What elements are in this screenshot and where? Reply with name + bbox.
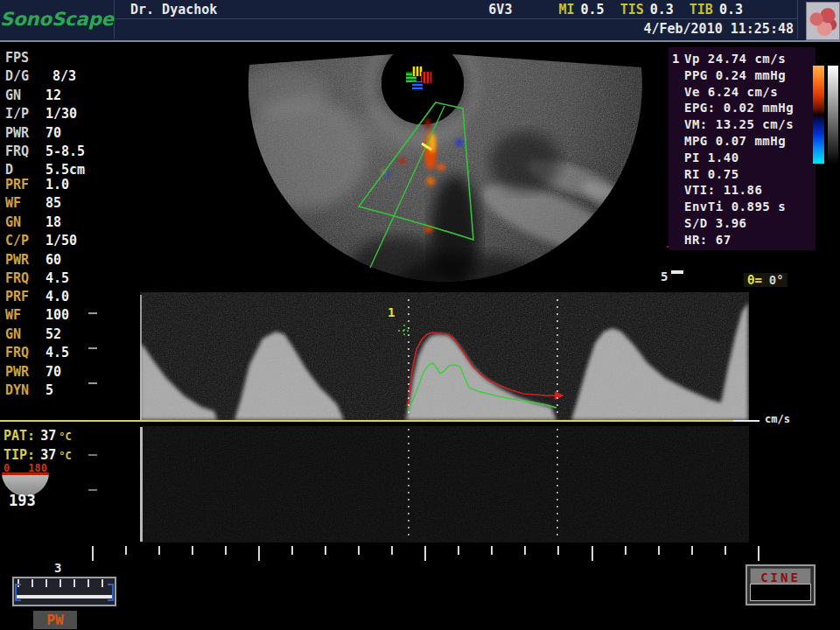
param-row: FRQ5-8.5 xyxy=(5,143,136,161)
beat-marker-label: 1 xyxy=(388,305,395,319)
param-row: C/P1/50 xyxy=(5,232,136,250)
probe-angle-value: 193 xyxy=(9,492,36,509)
header-row-1: Dr. Dyachok 6V3 MI 0.5 TIS 0.3 TIB 0.3 xyxy=(115,0,797,19)
param-row: DYN5 xyxy=(5,382,136,400)
scale-tick-icon xyxy=(671,270,683,274)
param-row: FRQ4.5 xyxy=(5,344,136,362)
measurement-row: S/D3.96 xyxy=(672,215,816,232)
tis-label: TIS xyxy=(620,2,644,18)
physician-name: Dr. Dyachok xyxy=(130,2,217,18)
measurement-row: Ve6.24 cm/s xyxy=(672,84,816,101)
cine-ruler-ticks xyxy=(18,579,112,587)
measurement-row: VTI:11.86 xyxy=(672,182,816,199)
header-row-2: 4/Feb/2010 11:25:48 xyxy=(115,19,797,38)
pw-mode-params: PRF4.0 WF100 GN52 FRQ4.5 PWR70 DYN5 xyxy=(5,288,136,400)
cine-frame-label: 3 xyxy=(54,561,61,575)
param-row: PWR70 xyxy=(5,363,136,382)
measurement-row: PPG0.24 mmHg xyxy=(672,67,816,84)
acoustic-indices: MI 0.5 TIS 0.3 TIB 0.3 xyxy=(542,2,743,18)
measurement-row: MPG0.07 mmHg xyxy=(672,133,816,150)
ultrasound-screen: SonoScape Dr. Dyachok 6V3 MI 0.5 TIS 0.3… xyxy=(0,0,840,630)
active-mode-chip: PW xyxy=(33,611,77,629)
mi-label: MI xyxy=(558,2,574,18)
spectral-baseline xyxy=(0,420,760,422)
datetime: 4/Feb/2010 11:25:48 xyxy=(643,21,794,37)
cine-button-display xyxy=(750,584,811,601)
param-row: GN52 xyxy=(5,326,136,344)
param-row: FRQ4.5 xyxy=(5,270,136,288)
patient-temp: PAT:37°C xyxy=(4,428,72,444)
tib-value: 0.3 xyxy=(719,2,743,18)
tib-label: TIB xyxy=(690,2,713,18)
measurement-marker: 1 xyxy=(672,51,684,67)
measurement-row: VM:13.25 cm/s xyxy=(672,116,816,133)
b-mode-params: FPS D/G8/3 GN12 I/P1/30 PWR70 FRQ5-8.5 D… xyxy=(5,49,136,180)
param-row: PRF4.0 xyxy=(5,288,136,306)
param-row: GN12 xyxy=(5,87,136,105)
brand-logo: SonoScape xyxy=(0,0,115,38)
measurement-row: 1Vp24.74 cm/s xyxy=(672,51,816,67)
cine-scrollbar[interactable] xyxy=(12,577,116,606)
measurement-row: EPG:0.02 mmHg xyxy=(672,100,816,116)
param-row: GN18 xyxy=(5,214,136,232)
color-doppler-colorbar xyxy=(813,66,824,164)
param-row: D/G8/3 xyxy=(5,67,136,86)
spectral-display-lower xyxy=(140,426,749,542)
velocity-scale-label: 5 xyxy=(661,270,683,284)
param-row: PWR60 xyxy=(5,251,136,270)
measurement-row: RI0.75 xyxy=(672,166,816,183)
grayscale-bar xyxy=(828,66,838,164)
param-row: PWR70 xyxy=(5,124,136,143)
param-row: FPS xyxy=(5,49,136,67)
param-row: WF100 xyxy=(5,306,136,325)
probe-label: 6V3 xyxy=(488,2,512,18)
tip-temp: TIP:37°C xyxy=(4,447,72,463)
body-mark-thumbnail[interactable] xyxy=(806,2,840,40)
spectral-display xyxy=(140,292,749,421)
mi-value: 0.5 xyxy=(581,2,605,18)
param-row: I/P1/30 xyxy=(5,105,136,123)
cine-scrollbar-thumb[interactable] xyxy=(17,595,112,598)
cine-button[interactable]: CINE xyxy=(746,564,816,606)
measurement-row: PI1.40 xyxy=(672,150,816,166)
header-bar: SonoScape Dr. Dyachok 6V3 MI 0.5 TIS 0.3… xyxy=(0,0,840,42)
cine-range-bracket-left[interactable] xyxy=(15,584,21,601)
baseline-unit-label: cm/s xyxy=(765,413,790,425)
time-axis-ticks xyxy=(93,546,759,561)
measurement-row: EnvTi0.895 s xyxy=(672,199,816,215)
cine-range-bracket-right[interactable] xyxy=(108,584,114,601)
measurement-row: HR:67 xyxy=(672,232,816,248)
measurement-results-panel: 1Vp24.74 cm/s PPG0.24 mmHg Ve6.24 cm/s E… xyxy=(668,47,816,250)
param-row: WF85 xyxy=(5,194,136,213)
color-mode-params: PRF1.0 WF85 GN18 C/P1/50 PWR60 FRQ4.5 xyxy=(5,176,136,288)
tis-value: 0.3 xyxy=(650,2,674,18)
header-divider xyxy=(797,0,798,38)
b-mode-image xyxy=(219,32,656,324)
angle-correction-label: θ=0° xyxy=(744,273,788,287)
param-row: PRF1.0 xyxy=(5,176,136,194)
